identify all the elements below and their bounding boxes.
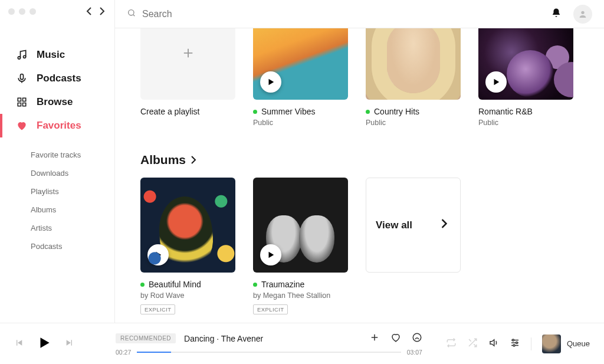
- play-pause-button[interactable]: [37, 335, 52, 353]
- sidebar-sub-artists[interactable]: Artists: [0, 219, 114, 237]
- sidebar-sub-favorite-tracks[interactable]: Favorite tracks: [0, 146, 114, 164]
- explicit-badge: EXPLICIT: [140, 304, 175, 314]
- nav-back-button[interactable]: [86, 7, 92, 18]
- section-title: Albums: [140, 153, 186, 167]
- view-all-albums-card[interactable]: View all: [366, 178, 461, 273]
- svg-point-7: [129, 9, 134, 15]
- playlist-card-summer[interactable]: Summer Vibes Public: [253, 28, 348, 127]
- create-playlist-card[interactable]: ＋ Create a playlist: [140, 28, 235, 127]
- total-time: 03:07: [407, 349, 422, 356]
- playlists-row: ＋ Create a playlist Summer Vibes Public: [140, 28, 580, 127]
- album-title: Beautiful Mind: [149, 280, 201, 289]
- plus-icon: ＋: [180, 41, 196, 64]
- albums-row: Beautiful Mind by Rod Wave EXPLICIT Trau…: [140, 178, 580, 314]
- playlist-visibility: Public: [253, 119, 348, 127]
- playback-controls: [14, 335, 74, 353]
- sidebar-sub-downloads[interactable]: Downloads: [0, 164, 114, 182]
- equalizer-button[interactable]: [510, 337, 520, 350]
- album-title: Traumazine: [261, 280, 304, 289]
- search-wrap: [127, 8, 551, 20]
- svg-point-12: [513, 345, 515, 346]
- sidebar-item-podcasts[interactable]: Podcasts: [0, 67, 114, 90]
- status-dot-icon: [253, 110, 257, 114]
- playlist-visibility: Public: [478, 119, 573, 127]
- like-button[interactable]: [390, 332, 401, 345]
- sidebar-item-browse[interactable]: Browse: [0, 90, 114, 114]
- svg-rect-4: [23, 98, 26, 101]
- svg-point-1: [24, 55, 26, 58]
- svg-point-10: [512, 339, 514, 341]
- create-playlist-cover: ＋: [140, 28, 235, 100]
- queue-label: Queue: [567, 339, 590, 348]
- album-card-traumazine[interactable]: Traumazine by Megan Thee Stallion EXPLIC…: [253, 178, 348, 314]
- play-button[interactable]: [147, 244, 169, 265]
- repeat-button[interactable]: [446, 337, 457, 350]
- sidebar-item-favorites[interactable]: Favorites: [0, 114, 114, 137]
- playlist-card-rnb[interactable]: Romantic R&B Public: [478, 28, 573, 127]
- queue-button[interactable]: Queue: [542, 335, 590, 353]
- svg-point-0: [18, 57, 20, 59]
- svg-rect-6: [23, 103, 26, 106]
- traffic-light-close[interactable]: [8, 8, 15, 15]
- history-nav: [86, 7, 105, 18]
- playlist-cover: [253, 28, 348, 100]
- heart-icon: [15, 120, 28, 132]
- now-playing-title[interactable]: Dancing · The Avener: [184, 334, 263, 343]
- topbar: [114, 0, 604, 28]
- sidebar: Music Podcasts Browse Favorites Favorite…: [0, 0, 114, 323]
- nav-forward-button[interactable]: [99, 7, 105, 18]
- traffic-light-zoom[interactable]: [29, 8, 36, 15]
- divider: [531, 337, 531, 350]
- album-cover: [253, 178, 348, 273]
- previous-track-button[interactable]: [14, 338, 24, 350]
- seek-bar[interactable]: [137, 352, 401, 353]
- play-button[interactable]: [373, 71, 394, 93]
- sidebar-sublist: Favorite tracks Downloads Playlists Albu…: [0, 146, 114, 255]
- volume-button[interactable]: [488, 337, 499, 350]
- sidebar-sub-albums[interactable]: Albums: [0, 201, 114, 219]
- explicit-badge: EXPLICIT: [253, 304, 288, 314]
- album-artist: by Megan Thee Stallion: [253, 291, 348, 300]
- playlist-visibility: Public: [366, 119, 461, 127]
- sidebar-item-label: Podcasts: [37, 73, 81, 84]
- playlist-title: Romantic R&B: [478, 107, 533, 116]
- playlist-cover: [478, 28, 573, 100]
- search-input[interactable]: [142, 9, 319, 19]
- svg-point-8: [581, 11, 584, 14]
- shuffle-button[interactable]: [467, 337, 478, 350]
- recommended-badge: RECOMMENDED: [116, 333, 176, 343]
- elapsed-time: 00:27: [116, 349, 131, 356]
- playlist-title: Country Hits: [374, 107, 419, 116]
- search-icon: [127, 8, 136, 20]
- albums-section-header[interactable]: Albums: [140, 153, 580, 167]
- music-note-icon: [15, 49, 28, 61]
- svg-rect-3: [18, 98, 21, 101]
- player-right-controls: Queue: [446, 335, 590, 353]
- next-track-button[interactable]: [65, 338, 74, 350]
- sidebar-item-label: Browse: [37, 96, 73, 108]
- album-card-beautiful-mind[interactable]: Beautiful Mind by Rod Wave EXPLICIT: [140, 178, 235, 314]
- account-avatar[interactable]: [573, 5, 592, 24]
- sidebar-item-label: Favorites: [37, 120, 81, 132]
- main-content: ＋ Create a playlist Summer Vibes Public: [114, 28, 604, 323]
- svg-rect-5: [18, 103, 21, 106]
- album-artist: by Rod Wave: [140, 291, 235, 300]
- grid-icon: [15, 97, 28, 107]
- play-button[interactable]: [485, 71, 507, 93]
- notifications-button[interactable]: [551, 8, 562, 21]
- dislike-button[interactable]: [412, 332, 422, 345]
- sidebar-sub-podcasts[interactable]: Podcasts: [0, 237, 114, 255]
- player-center: RECOMMENDED Dancing · The Avener 00:27 0…: [116, 332, 422, 356]
- add-to-playlist-button[interactable]: [369, 332, 380, 345]
- svg-rect-2: [21, 74, 24, 80]
- play-button[interactable]: [260, 71, 281, 93]
- playlist-card-country[interactable]: Country Hits Public: [366, 28, 461, 127]
- traffic-light-minimize[interactable]: [19, 8, 25, 15]
- playlist-cover: [366, 28, 461, 100]
- playlist-title: Summer Vibes: [261, 107, 316, 116]
- sidebar-item-music[interactable]: Music: [0, 43, 114, 67]
- queue-thumbnail: [542, 335, 561, 353]
- play-button[interactable]: [260, 244, 281, 265]
- sidebar-sub-playlists[interactable]: Playlists: [0, 182, 114, 201]
- status-dot-icon: [366, 110, 370, 114]
